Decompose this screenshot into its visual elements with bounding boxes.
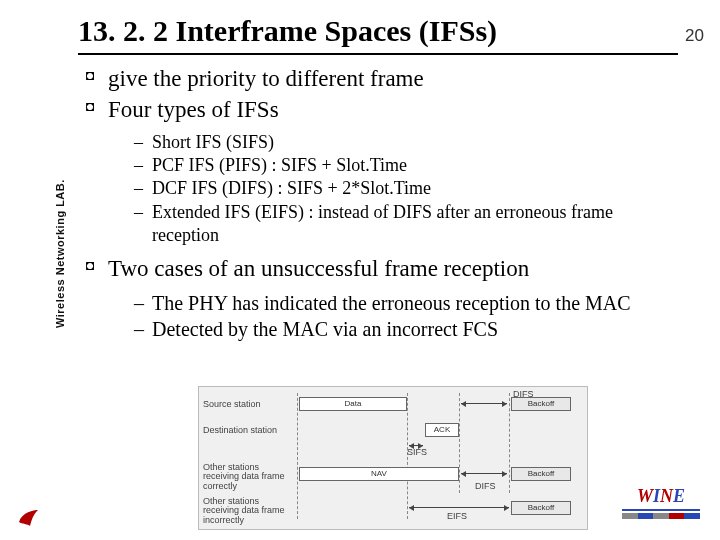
diagram-box-backoff: Backoff	[511, 467, 571, 481]
kwangwoon-logo	[16, 506, 40, 530]
eifs-arrow	[409, 507, 509, 508]
diagram-label: DIFS	[475, 481, 496, 491]
guide-line	[509, 393, 510, 493]
diagram-row-label: Other stations receiving data frame inco…	[203, 497, 293, 525]
guide-line	[459, 393, 460, 493]
bullet-item-label: Two cases of an unsuccessful frame recep…	[108, 256, 529, 281]
sub-list: Short IFS (SIFS) PCF IFS (PIFS) : SIFS +…	[108, 131, 678, 248]
difs-arrow	[461, 403, 507, 404]
diagram-label: EIFS	[447, 511, 467, 521]
side-lab-label: Wireless Networking LAB.	[54, 179, 66, 328]
bullet-item-label: Four types of IFSs	[108, 97, 279, 122]
sub-list: The PHY has indicated the erroneous rece…	[108, 290, 678, 342]
diagram-row-label: Other stations receiving data frame corr…	[203, 463, 293, 491]
timing-diagram: Source station Data DIFS Backoff Destina…	[198, 386, 588, 530]
guide-line	[297, 393, 298, 519]
diagram-row-label: Source station	[203, 399, 293, 409]
page-number: 20	[685, 26, 704, 46]
sifs-arrow	[409, 445, 423, 446]
wine-logo-bar	[622, 509, 700, 511]
diagram-box-nav: NAV	[299, 467, 459, 481]
diagram-box-data: Data	[299, 397, 407, 411]
sub-item: The PHY has indicated the erroneous rece…	[134, 290, 678, 316]
diagram-box-backoff: Backoff	[511, 397, 571, 411]
sub-item: Extended IFS (EIFS) : instead of DIFS af…	[134, 201, 678, 248]
diagram-row-label: Destination station	[203, 425, 293, 435]
slide: 13. 2. 2 Interframe Spaces (IFSs) 20 giv…	[0, 0, 720, 540]
diagram-box-backoff: Backoff	[511, 501, 571, 515]
wine-logo-stripes	[622, 513, 700, 519]
sub-item: PCF IFS (PIFS) : SIFS + Slot.Time	[134, 154, 678, 177]
bullet-item: Two cases of an unsuccessful frame recep…	[86, 255, 678, 342]
difs-arrow	[461, 473, 507, 474]
sub-item: Short IFS (SIFS)	[134, 131, 678, 154]
wine-logo-text: WINE	[622, 486, 700, 507]
bullet-item: give the priority to different frame	[86, 65, 678, 94]
bullet-item: Four types of IFSs Short IFS (SIFS) PCF …	[86, 96, 678, 248]
sub-item: Detected by the MAC via an incorrect FCS	[134, 316, 678, 342]
slide-title: 13. 2. 2 Interframe Spaces (IFSs)	[78, 14, 497, 51]
title-rule	[78, 53, 678, 55]
bird-icon	[16, 506, 40, 530]
bullet-list: give the priority to different frame Fou…	[78, 65, 678, 342]
sub-item: DCF IFS (DIFS) : SIFS + 2*Slot.Time	[134, 177, 678, 200]
diagram-label: SIFS	[407, 447, 427, 457]
wine-logo: WINE	[622, 486, 700, 526]
diagram-box-ack: ACK	[425, 423, 459, 437]
title-row: 13. 2. 2 Interframe Spaces (IFSs) 20	[78, 14, 678, 51]
